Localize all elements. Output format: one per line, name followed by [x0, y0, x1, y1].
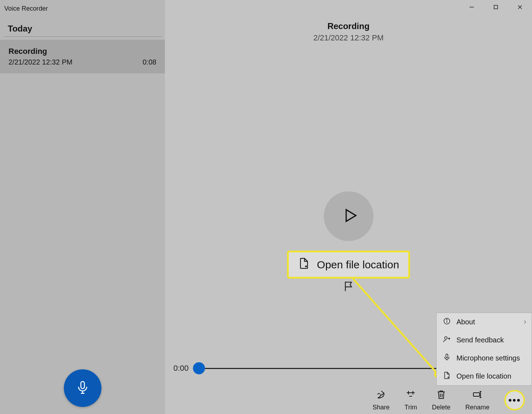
tool-label: Share	[373, 404, 390, 411]
play-button[interactable]	[324, 191, 373, 241]
more-menu: About Send feedback Microphone settings …	[436, 313, 532, 386]
minimize-icon	[469, 5, 474, 11]
tool-label: Rename	[465, 404, 489, 411]
trim-button[interactable]: Trim	[405, 389, 417, 411]
file-location-icon	[443, 371, 451, 381]
chevron-right-icon	[522, 318, 527, 326]
minimize-button[interactable]	[460, 0, 484, 16]
file-location-icon	[298, 257, 310, 272]
add-marker-button[interactable]	[343, 281, 354, 293]
sidebar: Voice Recorder Today Recording 2/21/2022…	[0, 0, 165, 414]
tool-label: Trim	[405, 404, 417, 411]
svg-rect-0	[81, 381, 84, 388]
svg-marker-7	[346, 210, 356, 222]
feedback-icon	[443, 335, 451, 345]
svg-rect-4	[494, 5, 498, 9]
seek-thumb[interactable]	[193, 362, 205, 374]
section-header-today: Today	[4, 17, 161, 37]
current-time-label: 0:00	[173, 364, 189, 373]
flag-icon	[343, 287, 354, 293]
svg-rect-14	[446, 354, 448, 358]
delete-button[interactable]: Delete	[432, 389, 450, 411]
maximize-button[interactable]	[484, 0, 508, 16]
tool-label: Delete	[432, 404, 450, 411]
recording-datetime: 2/21/2022 12:32 PM	[9, 58, 72, 66]
close-button[interactable]	[508, 0, 532, 16]
rename-button[interactable]: Rename	[465, 389, 489, 411]
main-panel: Recording 2/21/2022 12:32 PM Open file l…	[165, 0, 532, 414]
menu-label: Microphone settings	[456, 354, 520, 362]
menu-item-microphone-settings[interactable]: Microphone settings	[437, 349, 532, 367]
svg-rect-22	[473, 393, 480, 396]
callout-label: Open file location	[317, 259, 399, 271]
more-icon: •••	[508, 395, 521, 405]
app-title: Voice Recorder	[0, 0, 165, 17]
maximize-icon	[493, 5, 498, 11]
menu-item-about[interactable]: About	[437, 313, 532, 331]
microphone-icon	[76, 380, 90, 396]
menu-label: Open file location	[456, 372, 511, 380]
close-icon	[517, 5, 522, 11]
page-title: Recording	[165, 21, 532, 31]
info-icon	[443, 317, 451, 327]
trash-icon	[436, 389, 447, 402]
microphone-icon	[443, 353, 451, 363]
window-controls	[460, 0, 532, 16]
recording-list-item[interactable]: Recording 2/21/2022 12:32 PM 0:08	[0, 40, 165, 73]
menu-item-send-feedback[interactable]: Send feedback	[437, 331, 532, 349]
recording-duration: 0:08	[143, 58, 156, 66]
callout-open-file-location: Open file location	[287, 251, 410, 279]
recording-title: Recording	[9, 47, 156, 56]
record-button[interactable]	[64, 369, 101, 407]
menu-item-open-file-location[interactable]: Open file location	[437, 367, 532, 385]
trim-icon	[405, 389, 416, 402]
rename-icon	[472, 389, 483, 402]
share-icon	[376, 389, 387, 402]
bottom-toolbar: Share Trim Delete Rename •••	[373, 389, 525, 411]
svg-point-12	[447, 319, 447, 320]
play-icon	[339, 208, 358, 225]
menu-label: About	[456, 318, 475, 326]
svg-line-9	[353, 279, 438, 374]
share-button[interactable]: Share	[373, 389, 390, 411]
menu-label: Send feedback	[456, 336, 504, 344]
more-button[interactable]: •••	[504, 390, 525, 410]
page-subtitle: 2/21/2022 12:32 PM	[165, 33, 532, 43]
svg-point-13	[445, 337, 447, 339]
